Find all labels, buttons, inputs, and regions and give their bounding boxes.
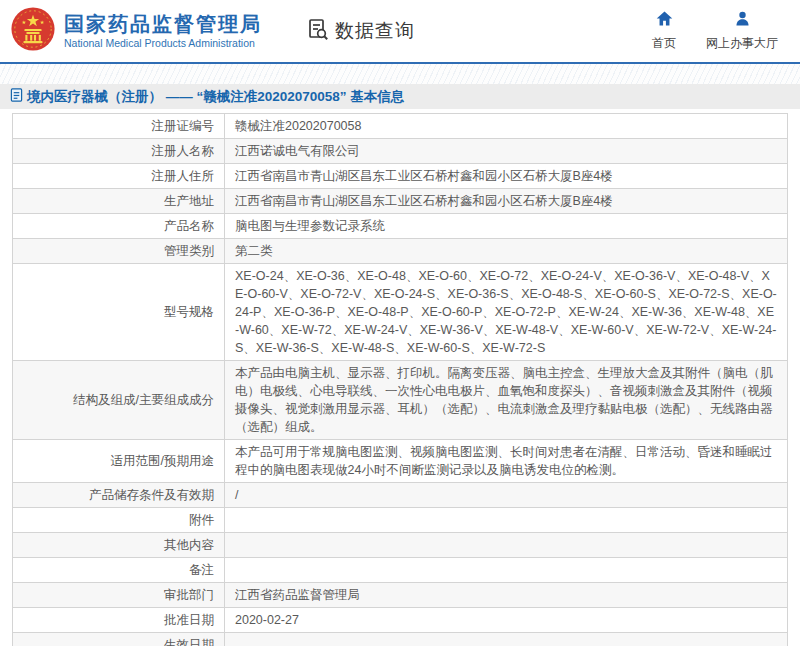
row-label: 批准日期 bbox=[13, 608, 225, 633]
table-row: 型号规格XE-O-24、XE-O-36、XE-O-48、XE-O-60、XE-O… bbox=[13, 264, 788, 361]
row-value: 2020-02-27 bbox=[225, 608, 788, 633]
row-value bbox=[225, 558, 788, 583]
row-label: 结构及组成/主要组成成分 bbox=[13, 361, 225, 440]
site-header: 国家药品监督管理局 National Medical Products Admi… bbox=[0, 0, 800, 62]
row-label: 审批部门 bbox=[13, 583, 225, 608]
row-value: 江西诺诚电气有限公司 bbox=[225, 139, 788, 164]
row-label: 注册证编号 bbox=[13, 114, 225, 139]
table-row: 适用范围/预期用途本产品可用于常规脑电图监测、视频脑电图监测、长时间对患者在清醒… bbox=[13, 440, 788, 483]
site-subtitle: National Medical Products Administration bbox=[64, 37, 262, 49]
row-value: / bbox=[225, 483, 788, 508]
logo-text: 国家药品监督管理局 National Medical Products Admi… bbox=[64, 13, 262, 49]
row-value: 江西省南昌市青山湖区昌东工业区石桥村鑫和园小区石桥大厦B座4楼 bbox=[225, 164, 788, 189]
table-row: 生效日期 bbox=[13, 633, 788, 646]
row-value bbox=[225, 508, 788, 533]
row-label: 备注 bbox=[13, 558, 225, 583]
info-table-wrap: 注册证编号赣械注准20202070058注册人名称江西诺诚电气有限公司注册人住所… bbox=[12, 113, 788, 646]
row-label: 其他内容 bbox=[13, 533, 225, 558]
nav-item-home[interactable]: 首页 bbox=[652, 10, 676, 52]
table-row: 产品储存条件及有效期/ bbox=[13, 483, 788, 508]
row-value: 江西省南昌市青山湖区昌东工业区石桥村鑫和园小区石桥大厦B座4楼 bbox=[225, 189, 788, 214]
header-nav: 首页 网上办事大厅 bbox=[652, 10, 778, 52]
row-value bbox=[225, 533, 788, 558]
row-value: 本产品由电脑主机、显示器、打印机。隔离变压器、脑电主控盒、生理放大盒及其附件（脑… bbox=[225, 361, 788, 440]
row-value: 赣械注准20202070058 bbox=[225, 114, 788, 139]
table-row: 注册人住所江西省南昌市青山湖区昌东工业区石桥村鑫和园小区石桥大厦B座4楼 bbox=[13, 164, 788, 189]
table-row: 附件 bbox=[13, 508, 788, 533]
info-table: 注册证编号赣械注准20202070058注册人名称江西诺诚电气有限公司注册人住所… bbox=[12, 113, 788, 646]
row-label: 生效日期 bbox=[13, 633, 225, 646]
row-value: 第二类 bbox=[225, 239, 788, 264]
nav-item-label: 网上办事大厅 bbox=[706, 35, 778, 52]
table-row: 结构及组成/主要组成成分本产品由电脑主机、显示器、打印机。隔离变压器、脑电主控盒… bbox=[13, 361, 788, 440]
site-title: 国家药品监督管理局 bbox=[64, 13, 262, 35]
row-value bbox=[225, 633, 788, 646]
row-label: 附件 bbox=[13, 508, 225, 533]
row-value: XE-O-24、XE-O-36、XE-O-48、XE-O-60、XE-O-72、… bbox=[225, 264, 788, 361]
page-title-bar: 境内医疗器械（注册） —— “赣械注准20202070058” 基本信息 bbox=[0, 84, 800, 109]
table-row: 生产地址江西省南昌市青山湖区昌东工业区石桥村鑫和园小区石桥大厦B座4楼 bbox=[13, 189, 788, 214]
data-query-label: 数据查询 bbox=[335, 18, 415, 44]
row-label: 生产地址 bbox=[13, 189, 225, 214]
logo-group: 国家药品监督管理局 National Medical Products Admi… bbox=[10, 6, 262, 56]
row-label: 适用范围/预期用途 bbox=[13, 440, 225, 483]
nav-item-label: 首页 bbox=[652, 35, 676, 52]
table-row: 审批部门江西省药品监督管理局 bbox=[13, 583, 788, 608]
row-value: 本产品可用于常规脑电图监测、视频脑电图监测、长时间对患者在清醒、日常活动、昏迷和… bbox=[225, 440, 788, 483]
row-value: 脑电图与生理参数记录系统 bbox=[225, 214, 788, 239]
table-row: 其他内容 bbox=[13, 533, 788, 558]
home-icon bbox=[656, 10, 673, 35]
row-label: 管理类别 bbox=[13, 239, 225, 264]
row-label: 产品名称 bbox=[13, 214, 225, 239]
national-emblem-logo bbox=[10, 6, 56, 56]
table-row: 注册证编号赣械注准20202070058 bbox=[13, 114, 788, 139]
nav-item-service-hall[interactable]: 网上办事大厅 bbox=[706, 10, 778, 52]
document-icon bbox=[10, 88, 27, 106]
table-row: 管理类别第二类 bbox=[13, 239, 788, 264]
row-label: 注册人名称 bbox=[13, 139, 225, 164]
row-value: 江西省药品监督管理局 bbox=[225, 583, 788, 608]
page-title: 境内医疗器械（注册） —— “赣械注准20202070058” 基本信息 bbox=[27, 88, 404, 106]
table-row: 产品名称脑电图与生理参数记录系统 bbox=[13, 214, 788, 239]
row-label: 型号规格 bbox=[13, 264, 225, 361]
row-label: 注册人住所 bbox=[13, 164, 225, 189]
row-label: 产品储存条件及有效期 bbox=[13, 483, 225, 508]
data-query-nav[interactable]: 数据查询 bbox=[306, 17, 415, 45]
doc-search-icon bbox=[306, 17, 330, 45]
decorative-stripe-band bbox=[0, 64, 800, 84]
table-row: 备注 bbox=[13, 558, 788, 583]
person-icon bbox=[734, 10, 751, 35]
table-row: 注册人名称江西诺诚电气有限公司 bbox=[13, 139, 788, 164]
table-row: 批准日期2020-02-27 bbox=[13, 608, 788, 633]
